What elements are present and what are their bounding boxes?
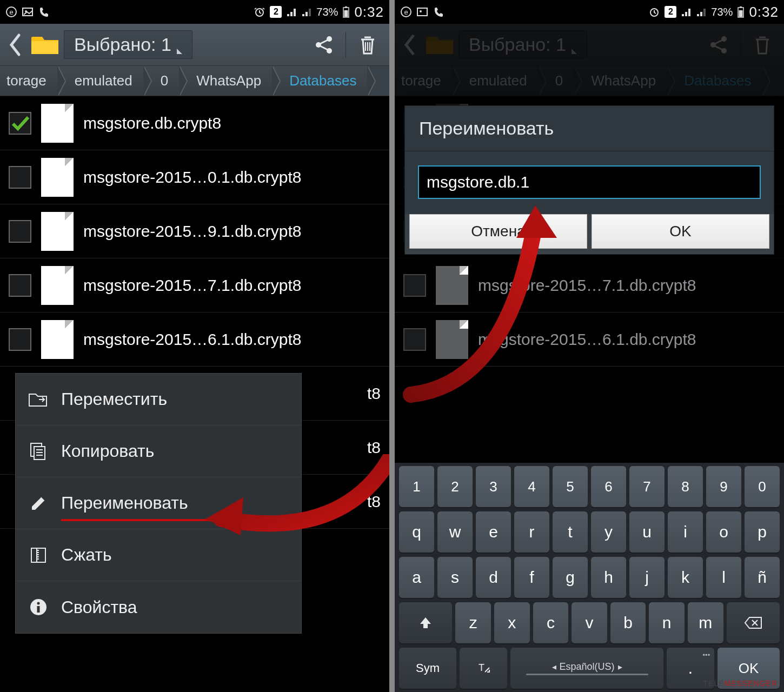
key-y[interactable]: y xyxy=(591,511,626,553)
key-0[interactable]: 0 xyxy=(745,466,780,507)
toolbar: Выбрано: 1 xyxy=(0,24,389,66)
list-item[interactable]: msgstore-2015…6.1.db.crypt8 xyxy=(0,312,389,367)
key-space[interactable]: ◂Español(US)▸ xyxy=(510,648,663,689)
checkbox[interactable] xyxy=(403,274,426,297)
svg-rect-23 xyxy=(740,6,742,8)
list-item[interactable]: msgstore-2015…7.1.db.crypt8 xyxy=(0,258,389,312)
key-backspace[interactable] xyxy=(727,602,780,643)
key-o[interactable]: o xyxy=(706,511,741,553)
file-icon xyxy=(41,104,74,143)
keyboard-row-1: q w e r t y u i o p xyxy=(397,511,782,553)
ctx-move[interactable]: Переместить xyxy=(16,374,301,425)
folder-icon[interactable] xyxy=(30,34,59,56)
crumb-emulated[interactable]: emulated xyxy=(57,66,143,96)
list-item[interactable]: msgstore.db.crypt8 xyxy=(0,96,389,150)
key-8[interactable]: 8 xyxy=(668,466,703,507)
key-p[interactable]: p xyxy=(745,511,780,553)
key-k[interactable]: k xyxy=(668,557,703,598)
file-name: t8 xyxy=(367,438,381,457)
key-n[interactable]: n xyxy=(649,602,685,643)
ctx-properties[interactable]: Свойства xyxy=(16,581,301,633)
svg-rect-7 xyxy=(344,10,348,17)
key-w[interactable]: w xyxy=(437,511,473,553)
key-j[interactable]: j xyxy=(629,557,665,598)
ctx-copy[interactable]: Копировать xyxy=(16,425,301,477)
key-enye[interactable]: ñ xyxy=(745,557,780,598)
key-r[interactable]: r xyxy=(514,511,549,553)
key-b[interactable]: b xyxy=(610,602,646,643)
key-s[interactable]: s xyxy=(437,557,473,598)
key-m[interactable]: m xyxy=(688,602,723,643)
back-button[interactable] xyxy=(4,29,26,61)
delete-button[interactable] xyxy=(350,29,385,61)
phone-icon xyxy=(433,6,444,18)
file-icon xyxy=(41,212,74,251)
info-icon xyxy=(28,596,49,618)
key-7[interactable]: 7 xyxy=(629,466,665,507)
status-bar: e 2 73% 0:32 xyxy=(395,0,784,24)
ctx-compress[interactable]: Сжать xyxy=(16,529,301,581)
key-a[interactable]: a xyxy=(399,557,434,598)
rename-input[interactable] xyxy=(418,165,761,199)
key-4[interactable]: 4 xyxy=(514,466,549,507)
key-l[interactable]: l xyxy=(706,557,741,598)
key-u[interactable]: u xyxy=(629,511,665,553)
list-item[interactable]: msgstore-2015…9.1.db.crypt8 xyxy=(0,204,389,258)
key-1[interactable]: 1 xyxy=(399,466,434,507)
highlight-underline xyxy=(61,519,288,521)
phone-icon xyxy=(38,6,50,18)
key-2[interactable]: 2 xyxy=(437,466,473,507)
checkbox[interactable] xyxy=(403,328,426,351)
crumb-whatsapp[interactable]: WhatsApp xyxy=(179,66,272,96)
key-e[interactable]: e xyxy=(476,511,511,553)
key-sym[interactable]: Sym xyxy=(399,648,456,689)
key-t[interactable]: t xyxy=(553,511,588,553)
move-icon xyxy=(28,389,49,410)
key-shift[interactable] xyxy=(399,602,452,643)
list-item[interactable]: msgstore-2015…6.1.db.crypt8 xyxy=(395,312,784,367)
key-h[interactable]: h xyxy=(591,557,626,598)
file-name: t8 xyxy=(367,384,381,403)
image-icon xyxy=(416,6,428,18)
key-v[interactable]: v xyxy=(572,602,607,643)
key-6[interactable]: 6 xyxy=(591,466,626,507)
sim-indicator: 2 xyxy=(270,6,282,18)
svg-point-15 xyxy=(37,602,40,605)
checkbox[interactable] xyxy=(9,166,31,189)
signal-icon xyxy=(286,6,297,17)
key-z[interactable]: z xyxy=(455,602,491,643)
svg-text:e: e xyxy=(9,8,13,16)
key-g[interactable]: g xyxy=(553,557,588,598)
list-item[interactable]: msgstore-2015…0.1.db.crypt8 xyxy=(0,150,389,204)
alarm-icon xyxy=(648,6,660,18)
svg-rect-19 xyxy=(417,8,427,16)
share-button[interactable] xyxy=(307,29,341,61)
file-name: msgstore-2015…7.1.db.crypt8 xyxy=(83,276,302,295)
ok-button[interactable]: OK xyxy=(592,214,769,249)
alarm-icon xyxy=(254,6,265,18)
key-x[interactable]: x xyxy=(494,602,530,643)
svg-rect-6 xyxy=(345,6,347,8)
key-input-method[interactable]: T xyxy=(460,648,507,689)
list-item[interactable]: msgstore-2015…7.1.db.crypt8 xyxy=(395,258,784,312)
key-9[interactable]: 9 xyxy=(706,466,741,507)
checkbox[interactable] xyxy=(9,220,31,243)
file-icon xyxy=(41,158,74,197)
ctx-rename[interactable]: Переименовать xyxy=(16,477,301,529)
selection-pill[interactable]: Выбрано: 1 xyxy=(64,30,192,59)
checkbox[interactable] xyxy=(9,112,31,135)
key-3[interactable]: 3 xyxy=(476,466,511,507)
key-d[interactable]: d xyxy=(476,557,511,598)
file-icon xyxy=(41,320,74,359)
key-f[interactable]: f xyxy=(514,557,549,598)
crumb-databases[interactable]: Databases xyxy=(272,66,367,96)
context-menu: Переместить Копировать Переименовать Сжа… xyxy=(15,373,302,634)
file-icon xyxy=(41,266,74,305)
checkbox[interactable] xyxy=(9,274,31,297)
key-q[interactable]: q xyxy=(399,511,434,553)
checkbox[interactable] xyxy=(9,328,31,351)
cancel-button[interactable]: Отмена xyxy=(409,214,587,249)
key-c[interactable]: c xyxy=(533,602,569,643)
crumb-storage[interactable]: torage xyxy=(0,66,57,96)
key-i[interactable]: i xyxy=(668,511,703,553)
